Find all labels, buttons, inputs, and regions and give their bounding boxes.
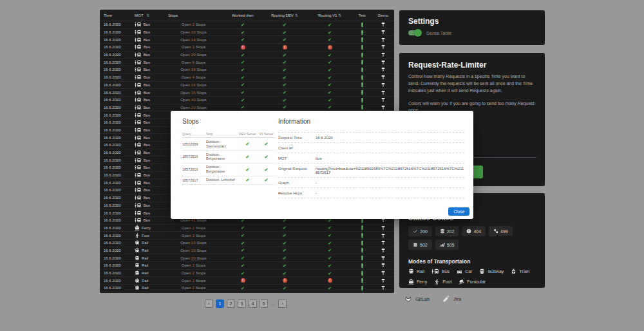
status-badge-505[interactable]: 505 (435, 240, 459, 250)
mode-bus[interactable]: Bus (431, 269, 450, 274)
table-row[interactable]: 16.6.2020FootOpen3Stops✔✔✔ (100, 232, 394, 240)
col-header-routing-v1[interactable]: Routing V1⇅ (308, 13, 352, 17)
demo-button[interactable] (372, 90, 394, 95)
table-row[interactable]: 16.6.2020RailOpen2Stops✔✔✔ (100, 262, 394, 270)
test-button[interactable] (352, 90, 372, 95)
row-stops-button[interactable]: Open41Stops (163, 218, 224, 222)
row-stops-button[interactable]: Open20Stops (163, 53, 224, 57)
test-button[interactable] (352, 44, 372, 50)
demo-button[interactable] (372, 52, 394, 57)
gitlab-link[interactable]: GitLab (404, 295, 430, 303)
test-button[interactable] (352, 285, 372, 291)
table-row[interactable]: 16.6.2020RailOpen2Stops✔✔✔ (100, 285, 394, 292)
demo-button[interactable] (372, 82, 394, 88)
test-button[interactable] (352, 232, 372, 238)
row-stops-button[interactable]: Open14Stops (163, 38, 224, 42)
mode-subway[interactable]: Subway (479, 269, 504, 274)
table-row[interactable]: 16.6.2020BusOpen4Stops✔✔✔ (100, 74, 394, 82)
close-button[interactable]: Close (448, 207, 469, 216)
table-row[interactable]: 16.6.2020BusOpen16Stops✔✔✔ (100, 82, 394, 90)
test-button[interactable] (352, 270, 372, 276)
mode-ferry[interactable]: Ferry (408, 279, 427, 285)
row-stops-button[interactable]: Open40Stops (163, 98, 224, 102)
demo-button[interactable] (372, 60, 394, 65)
row-stops-button[interactable]: Open2Stops (163, 226, 224, 230)
row-stops-button[interactable]: Open2Stops (163, 271, 224, 275)
jira-link[interactable]: Jira (442, 295, 461, 303)
table-row[interactable]: 16.6.2020BusOpen36Stops✔✔✔ (100, 89, 394, 97)
test-button[interactable] (352, 22, 372, 28)
demo-button[interactable] (372, 37, 394, 43)
table-row[interactable]: 16.6.2020BusOpen3Stops!!! (100, 44, 394, 52)
row-stops-button[interactable]: Open16Stops (163, 83, 224, 87)
test-button[interactable] (352, 59, 372, 65)
table-row[interactable]: 16.6.2020BusOpen20Stops✔✔✔ (100, 29, 394, 37)
table-row[interactable]: 16.6.2020BusOpen8Stops✔✔✔ (100, 59, 394, 66)
page-button-5[interactable]: 5 (260, 299, 268, 308)
table-row[interactable]: 16.6.2020RailOpen2Stops✔✔✔ (100, 292, 394, 293)
test-button[interactable] (352, 75, 372, 80)
test-button[interactable] (352, 255, 372, 261)
row-stops-button[interactable]: Open2Stops (163, 286, 224, 290)
sort-icon[interactable]: ⇅ (295, 13, 298, 17)
sort-icon[interactable]: ⇅ (146, 13, 149, 17)
row-stops-button[interactable]: Open3Stops (163, 45, 224, 49)
mode-tram[interactable]: Tram (511, 269, 529, 274)
test-button[interactable] (352, 37, 372, 43)
page-button-4[interactable]: 4 (249, 299, 257, 308)
col-header-test[interactable]: Test (352, 14, 372, 17)
demo-button[interactable] (372, 285, 394, 290)
row-stops-button[interactable]: Open10Stops (163, 249, 224, 252)
status-badge-202[interactable]: 202 (435, 226, 459, 236)
demo-button[interactable] (372, 256, 394, 261)
row-stops-button[interactable]: Open8Stops (163, 61, 224, 64)
table-row[interactable]: 16.6.2020BusOpen20Stops✔✔✔ (100, 52, 394, 59)
row-stops-button[interactable]: Open3Stops (163, 234, 224, 238)
table-row[interactable]: 16.6.2020BusOpen2Stops✔✔✔ (100, 21, 394, 29)
mode-foot[interactable]: Foot (434, 279, 451, 285)
table-row[interactable]: 16.6.2020BusOpen40Stops✔✔✔ (100, 97, 394, 104)
demo-button[interactable] (372, 75, 394, 80)
status-badge-404[interactable]: 404 (462, 226, 486, 236)
page-button-2[interactable]: 2 (227, 299, 235, 308)
demo-button[interactable] (372, 225, 394, 231)
row-stops-button[interactable]: Open20Stops (163, 106, 224, 109)
demo-button[interactable] (372, 22, 394, 27)
mode-funicular[interactable]: Funicular (459, 279, 486, 285)
test-button[interactable] (352, 52, 372, 58)
col-header-time[interactable]: Time (100, 14, 131, 17)
test-button[interactable] (352, 82, 372, 88)
status-badge-502[interactable]: 502 (408, 240, 432, 250)
table-row[interactable]: 16.6.2020BusOpen14Stops✔✔✔ (100, 36, 394, 44)
test-button[interactable] (352, 278, 372, 283)
test-button[interactable] (352, 263, 372, 269)
demo-button[interactable] (372, 263, 394, 268)
row-stops-button[interactable]: Open10Stops (163, 241, 224, 245)
test-button[interactable] (352, 247, 372, 253)
test-button[interactable] (352, 240, 372, 246)
table-row[interactable]: 16.6.2020RailOpen2Stops✔✔✔ (100, 270, 394, 278)
row-stops-button[interactable]: Open20Stops (163, 256, 224, 260)
col-header-mot[interactable]: MOT⇅ (131, 13, 163, 17)
col-header-routing-dev[interactable]: Routing DEV⇅ (261, 13, 308, 17)
sort-icon[interactable]: ⇅ (338, 13, 341, 17)
demo-button[interactable] (372, 278, 394, 283)
row-stops-button[interactable]: Open2Stops (163, 263, 224, 267)
table-row[interactable]: 16.6.2020FerryOpen2Stops✔✔✔ (100, 225, 394, 232)
status-badge-200[interactable]: 200 (408, 226, 432, 236)
col-header-stops[interactable]: Stops (163, 14, 224, 17)
row-stops-button[interactable]: Open2Stops (163, 279, 224, 283)
test-button[interactable] (352, 30, 372, 35)
dense-table-switch[interactable] (408, 30, 421, 35)
row-stops-button[interactable]: Open34Stops (163, 68, 224, 71)
test-button[interactable] (352, 97, 372, 103)
demo-button[interactable] (372, 240, 394, 245)
demo-button[interactable] (372, 248, 394, 253)
table-row[interactable]: 16.6.2020RailOpen10Stops✔✔✔ (100, 240, 394, 247)
page-button-3[interactable]: 3 (238, 299, 246, 308)
row-stops-button[interactable]: Open4Stops (163, 75, 224, 79)
mode-car[interactable]: Car (457, 269, 472, 274)
table-row[interactable]: 16.6.2020BusOpen34Stops✔✔✔ (100, 66, 394, 74)
mode-rail[interactable]: Rail (408, 269, 424, 274)
test-button[interactable] (352, 225, 372, 231)
